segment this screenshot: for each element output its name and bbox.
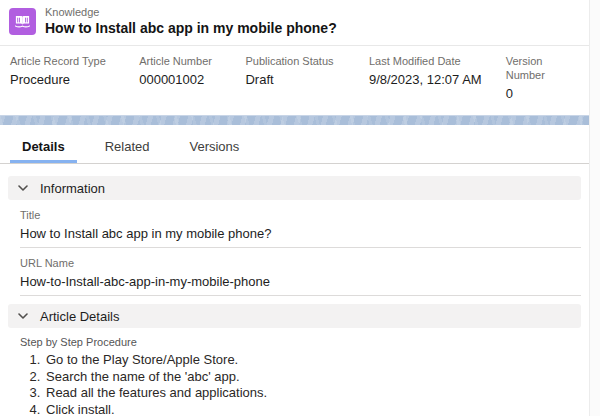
procedure-step: Search the name of the 'abc' app. [44,369,581,386]
field-publication-status: Publication Status Draft [245,54,368,102]
field-label: Article Number [139,54,237,68]
tab-details[interactable]: Details [10,134,77,163]
field-label: Publication Status [245,54,360,68]
procedure-step: Go to the Play Store/Apple Store. [44,352,581,369]
highlights-panel: Article Record Type Procedure Article Nu… [0,46,589,115]
field-label: Step by Step Procedure [20,335,581,349]
record-header: Knowledge How to Install abc app in my m… [0,0,589,46]
field-url-name: URL Name How-to-Install-abc-app-in-my-mo… [20,248,581,296]
entity-label: Knowledge [45,6,337,19]
field-value: 0 [506,85,581,102]
procedure-steps-list: Go to the Play Store/Apple Store. Search… [20,352,581,416]
section-article-details-header[interactable]: Article Details [8,304,581,328]
field-label: URL Name [20,256,581,270]
field-article-number: Article Number 000001002 [139,54,245,102]
field-value: 000001002 [139,71,237,88]
procedure-step: Read all the features and applications. [44,385,581,402]
section-information-header[interactable]: Information [8,176,581,200]
field-value: Draft [245,71,360,88]
field-article-record-type: Article Record Type Procedure [10,54,139,102]
tab-bar: Details Related Versions [0,134,589,164]
tab-related[interactable]: Related [93,134,162,163]
procedure-step: Click install. [44,402,581,416]
field-label: Version Number [506,54,581,82]
field-version-number: Version Number 0 [506,54,589,102]
field-value: Procedure [10,71,131,88]
field-label: Last Modified Date [369,54,498,68]
field-value: 9/8/2023, 12:07 AM [369,71,498,88]
section-title: Information [40,181,105,196]
page-title: How to Install abc app in my mobile phon… [45,19,337,38]
knowledge-book-icon [9,8,36,35]
brand-band [0,115,589,125]
field-label: Article Record Type [10,54,131,68]
knowledge-article-page: Knowledge How to Install abc app in my m… [0,0,590,416]
field-value: How-to-Install-abc-app-in-my-mobile-phon… [20,273,581,290]
tab-versions[interactable]: Versions [177,134,251,163]
field-value: How to Install abc app in my mobile phon… [20,225,581,242]
section-title: Article Details [40,309,119,324]
field-last-modified-date: Last Modified Date 9/8/2023, 12:07 AM [369,54,506,102]
chevron-down-icon [18,313,28,319]
field-label: Title [20,208,581,222]
chevron-down-icon [18,185,28,191]
field-title: Title How to Install abc app in my mobil… [20,200,581,248]
field-step-by-step-procedure: Step by Step Procedure Go to the Play St… [20,328,581,416]
details-tab-content: Information Title How to Install abc app… [0,176,589,416]
